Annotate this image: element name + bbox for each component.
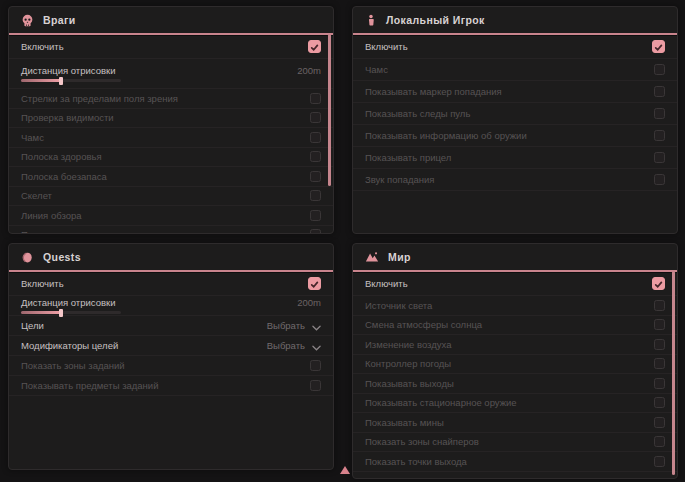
cursor-pointer <box>340 466 350 474</box>
slider-track[interactable] <box>21 79 121 82</box>
checkbox[interactable] <box>654 130 665 141</box>
setting-row-world-7: Показывать мины <box>353 413 677 433</box>
panel-title: Враги <box>43 14 76 26</box>
setting-row-enemies-4: Чамс <box>9 128 333 148</box>
setting-row-world-1: Источник света <box>353 296 677 316</box>
checkbox[interactable] <box>310 380 321 391</box>
panel-header: Локальный Игрок <box>353 7 677 35</box>
setting-label: Показывать предметы заданий <box>21 380 158 391</box>
settings-list: ВключитьЧамсПоказывать маркер попаданияП… <box>353 35 677 191</box>
setting-label: Контроллер погоды <box>365 358 451 369</box>
checkbox[interactable] <box>652 277 665 290</box>
checkbox[interactable] <box>654 456 665 467</box>
setting-label: Показывать следы пуль <box>365 108 470 119</box>
setting-label: Включить <box>21 278 64 289</box>
slider-handle[interactable] <box>59 77 63 85</box>
player-icon <box>365 14 377 26</box>
chevron-down-icon <box>312 317 321 335</box>
slider-handle[interactable] <box>59 309 63 317</box>
setting-label: Включить <box>365 278 408 289</box>
panel-title: Мир <box>388 251 411 263</box>
setting-row-world-4: Контроллер погоды <box>353 355 677 375</box>
quest-icon <box>21 251 34 264</box>
setting-label: Чамс <box>21 132 44 143</box>
dropdown[interactable]: Выбрать <box>267 337 321 355</box>
checkbox[interactable] <box>652 40 665 53</box>
setting-label: Скелет <box>21 190 52 201</box>
setting-row-enemies-9: Показывать следы пуль <box>9 226 333 235</box>
panel-enemies: ВрагиВключитьДистанция отрисовки200mСтре… <box>8 6 334 234</box>
checkbox[interactable] <box>654 174 665 185</box>
scrollbar[interactable] <box>328 34 331 186</box>
setting-row-local-player-1: Чамс <box>353 59 677 81</box>
checkbox[interactable] <box>310 229 321 234</box>
setting-row-enemies-7: Скелет <box>9 187 333 207</box>
dropdown-value: Выбрать <box>267 320 305 331</box>
checkbox[interactable] <box>654 108 665 119</box>
setting-row-enemies-8: Линия обзора <box>9 206 333 226</box>
skull-icon <box>21 14 34 27</box>
slider-fill <box>21 79 61 82</box>
checkbox[interactable] <box>654 152 665 163</box>
checkbox[interactable] <box>654 319 665 330</box>
select-row-quests-2: ЦелиВыбрать <box>9 316 333 336</box>
setting-label: Изменение воздуха <box>365 339 452 350</box>
checkbox[interactable] <box>310 190 321 201</box>
panel-header: Враги <box>9 7 333 35</box>
checkbox[interactable] <box>310 210 321 221</box>
check-icon <box>654 275 663 293</box>
setting-row-local-player-0: Включить <box>353 35 677 59</box>
checkbox[interactable] <box>310 93 321 104</box>
scrollbar[interactable] <box>672 271 675 475</box>
dropdown-value: Выбрать <box>267 340 305 351</box>
setting-label: Смена атмосферы солнца <box>365 319 482 330</box>
setting-label: Показать зоны снайперов <box>365 436 479 447</box>
checkbox[interactable] <box>654 86 665 97</box>
checkbox[interactable] <box>310 171 321 182</box>
checkbox[interactable] <box>308 40 321 53</box>
checkbox[interactable] <box>654 436 665 447</box>
setting-row-enemies-6: Полоска боезапаса <box>9 167 333 187</box>
setting-row-world-0: Включить <box>353 272 677 296</box>
chevron-down-icon <box>312 337 321 355</box>
setting-row-quests-5: Показывать предметы заданий <box>9 376 333 396</box>
dropdown[interactable]: Выбрать <box>267 317 321 335</box>
setting-label: Стрелки за пределами поля зрения <box>21 93 178 104</box>
panel-title: Quests <box>43 251 81 263</box>
setting-row-world-3: Изменение воздуха <box>353 335 677 355</box>
panel-quests: QuestsВключитьДистанция отрисовки200mЦел… <box>8 243 334 470</box>
panel-header: Quests <box>9 244 333 272</box>
checkbox[interactable] <box>654 378 665 389</box>
setting-label: Показывать маркер попадания <box>365 86 502 97</box>
slider-value: 200m <box>297 297 321 308</box>
setting-label: Полоска боезапаса <box>21 171 107 182</box>
panel-world: МирВключитьИсточник светаСмена атмосферы… <box>352 243 678 479</box>
checkbox[interactable] <box>308 277 321 290</box>
slider-track[interactable] <box>21 311 121 314</box>
checkbox[interactable] <box>310 132 321 143</box>
slider-row-quests: Дистанция отрисовки200m <box>9 296 333 316</box>
setting-label: Чамс <box>365 64 388 75</box>
settings-list: ВключитьДистанция отрисовки200mСтрелки з… <box>9 35 333 234</box>
checkbox[interactable] <box>310 360 321 371</box>
setting-label: Проверка видимости <box>21 112 114 123</box>
checkbox[interactable] <box>310 112 321 123</box>
setting-label: Включить <box>21 41 64 52</box>
checkbox[interactable] <box>654 339 665 350</box>
checkbox[interactable] <box>654 64 665 75</box>
setting-row-enemies-2: Стрелки за пределами поля зрения <box>9 89 333 109</box>
world-icon <box>365 250 379 264</box>
checkbox[interactable] <box>654 358 665 369</box>
setting-row-quests-0: Включить <box>9 272 333 296</box>
setting-label: Показать точки выхода <box>365 456 467 467</box>
setting-label: Показывать стационарное оружие <box>365 397 517 408</box>
setting-label: Линия обзора <box>21 210 82 221</box>
slider-fill <box>21 311 61 314</box>
check-icon <box>310 38 319 56</box>
checkbox[interactable] <box>654 300 665 311</box>
checkbox[interactable] <box>310 151 321 162</box>
checkbox[interactable] <box>654 417 665 428</box>
panel-title: Локальный Игрок <box>386 14 485 26</box>
slider-label: Дистанция отрисовки <box>21 65 115 76</box>
checkbox[interactable] <box>654 397 665 408</box>
